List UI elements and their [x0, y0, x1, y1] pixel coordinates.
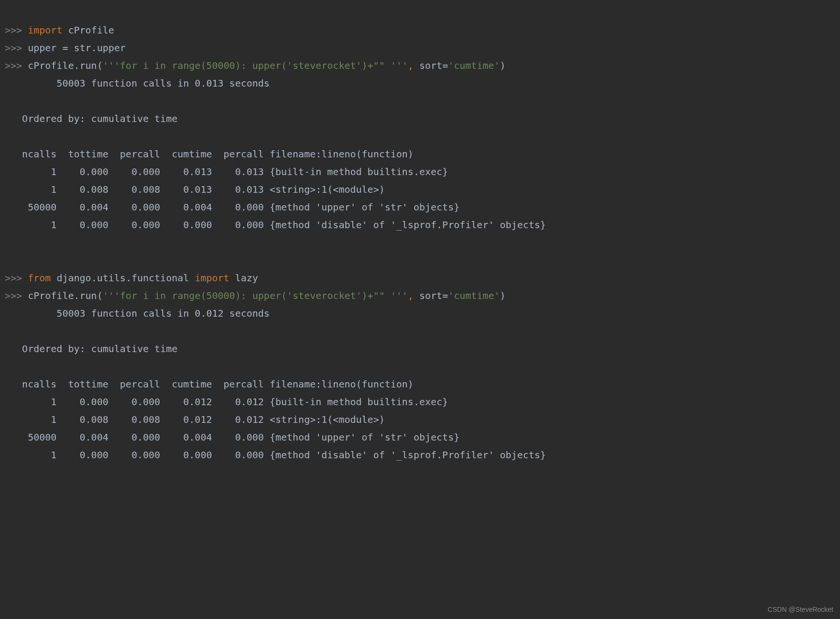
output-ordered-by: Ordered by: cumulative time [5, 343, 177, 354]
table-row: 1 0.000 0.000 0.013 0.013 {built-in meth… [5, 166, 448, 177]
string-literal: 'cumtime' [448, 290, 500, 301]
table-row: 1 0.000 0.000 0.000 0.000 {method 'disab… [5, 449, 546, 461]
output-summary: 50003 function calls in 0.012 seconds [5, 308, 270, 319]
prompt: >>> [5, 290, 22, 301]
blank-line [5, 131, 11, 142]
table-row: 1 0.008 0.008 0.012 0.012 <string>:1(<mo… [5, 414, 385, 425]
prompt: >>> [5, 60, 22, 71]
call-prefix: cProfile.run( [22, 290, 103, 301]
code-line-2: >>> upper = str.upper [5, 42, 126, 54]
table-row: 50000 0.004 0.000 0.004 0.000 {method 'u… [5, 431, 459, 443]
prompt: >>> [5, 24, 22, 36]
kwarg-name: sort= [419, 60, 448, 71]
string-literal: '''for i in range(50000): upper('stevero… [103, 60, 408, 71]
blank-line [5, 325, 11, 337]
table-row: 1 0.008 0.008 0.013 0.013 <string>:1(<mo… [5, 184, 385, 195]
close-paren: ) [500, 290, 506, 301]
close-paren: ) [500, 60, 506, 71]
string-literal: 'cumtime' [448, 60, 500, 71]
table-row: 1 0.000 0.000 0.012 0.012 {built-in meth… [5, 396, 448, 408]
blank-line [5, 95, 11, 107]
call-prefix: cProfile.run( [22, 60, 103, 71]
code-line-3: >>> cProfile.run('''for i in range(50000… [5, 60, 506, 71]
prompt: >>> [5, 42, 22, 54]
module-name: cProfile [62, 24, 114, 36]
output-ordered-by: Ordered by: cumulative time [5, 113, 177, 124]
blank-line [5, 237, 11, 248]
code-line-1: >>> import cProfile [5, 24, 114, 36]
keyword-import: import [195, 272, 229, 284]
keyword-import: import [28, 24, 62, 36]
keyword-from: from [28, 272, 51, 284]
table-header: ncalls tottime percall cumtime percall f… [5, 378, 414, 390]
prompt: >>> [5, 272, 22, 284]
blank-line [5, 361, 11, 372]
blank-line [5, 254, 11, 266]
table-row: 1 0.000 0.000 0.000 0.000 {method 'disab… [5, 219, 546, 231]
terminal-output: >>> import cProfile >>> upper = str.uppe… [0, 0, 840, 468]
module-path: django.utils.functional [51, 272, 195, 284]
imported-name: lazy [229, 272, 258, 284]
watermark-text: CSDN @SteveRocket [768, 604, 833, 616]
output-summary: 50003 function calls in 0.013 seconds [5, 77, 270, 89]
kwarg-name: sort= [419, 290, 448, 301]
comma: , [408, 60, 419, 71]
table-header: ncalls tottime percall cumtime percall f… [5, 148, 414, 160]
code-line-5: >>> cProfile.run('''for i in range(50000… [5, 290, 506, 301]
code-line-4: >>> from django.utils.functional import … [5, 272, 258, 284]
assignment: upper = str.upper [22, 42, 126, 54]
table-row: 50000 0.004 0.000 0.004 0.000 {method 'u… [5, 201, 459, 213]
string-literal: '''for i in range(50000): upper('stevero… [103, 290, 408, 301]
comma: , [408, 290, 419, 301]
